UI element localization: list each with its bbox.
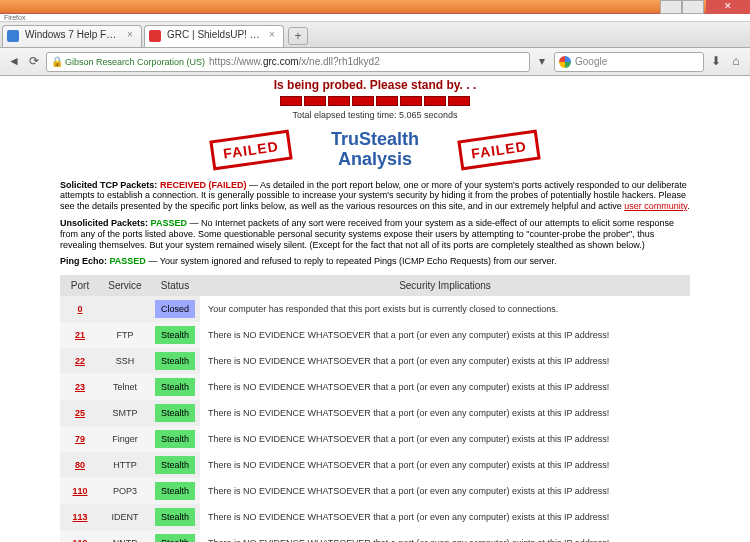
- status-cell: Stealth: [150, 322, 200, 348]
- table-row: 23TelnetStealthThere is NO EVIDENCE WHAT…: [60, 374, 690, 400]
- implication-cell: Your computer has responded that this po…: [200, 296, 690, 322]
- service-cell: SSH: [100, 348, 150, 374]
- window-titlebar: ✕: [0, 0, 750, 14]
- th-port: Port: [60, 275, 100, 296]
- favicon-icon: [7, 30, 19, 42]
- implication-cell: There is NO EVIDENCE WHATSOEVER that a p…: [200, 374, 690, 400]
- search-placeholder: Google: [575, 56, 607, 67]
- status-cell: Stealth: [150, 478, 200, 504]
- tab-windows7-forums[interactable]: Windows 7 Help Forums - Reply to T... ×: [2, 25, 142, 47]
- port-link[interactable]: 79: [75, 434, 85, 444]
- table-row: 80HTTPStealthThere is NO EVIDENCE WHATSO…: [60, 452, 690, 478]
- window-close-button[interactable]: ✕: [706, 0, 750, 14]
- probing-text: Is being probed. Please stand by. . .: [60, 78, 690, 92]
- table-row: 119NNTPStealthThere is NO EVIDENCE WHATS…: [60, 530, 690, 542]
- implication-cell: There is NO EVIDENCE WHATSOEVER that a p…: [200, 452, 690, 478]
- th-implications: Security Implications: [200, 275, 690, 296]
- progress-bar: [60, 96, 690, 106]
- url-bar[interactable]: 🔒 Gibson Research Corporation (US) https…: [46, 52, 530, 72]
- table-row: 113IDENTStealthThere is NO EVIDENCE WHAT…: [60, 504, 690, 530]
- table-row: 25SMTPStealthThere is NO EVIDENCE WHATSO…: [60, 400, 690, 426]
- implication-cell: There is NO EVIDENCE WHATSOEVER that a p…: [200, 426, 690, 452]
- implication-cell: There is NO EVIDENCE WHATSOEVER that a p…: [200, 478, 690, 504]
- status-cell: Closed: [150, 296, 200, 322]
- tab-grc-shieldsup[interactable]: GRC | ShieldsUP! — Common Ports P... ×: [144, 25, 284, 47]
- dropdown-icon[interactable]: ▾: [534, 54, 550, 70]
- service-cell: SMTP: [100, 400, 150, 426]
- service-cell: IDENT: [100, 504, 150, 530]
- status-cell: Stealth: [150, 452, 200, 478]
- port-link[interactable]: 25: [75, 408, 85, 418]
- analysis-header: FAILED TruStealthAnalysis FAILED: [60, 130, 690, 170]
- table-row: 22SSHStealthThere is NO EVIDENCE WHATSOE…: [60, 348, 690, 374]
- service-cell: HTTP: [100, 452, 150, 478]
- solicited-paragraph: Solicited TCP Packets: RECEIVED (FAILED)…: [60, 180, 690, 212]
- status-cell: Stealth: [150, 374, 200, 400]
- user-community-link[interactable]: user community: [624, 201, 687, 211]
- status-cell: Stealth: [150, 426, 200, 452]
- port-link[interactable]: 0: [77, 304, 82, 314]
- tab-label: Windows 7 Help Forums - Reply to T...: [25, 29, 142, 40]
- app-title: Firefox: [0, 14, 750, 22]
- trustealth-title: TruStealthAnalysis: [331, 130, 419, 170]
- search-bar[interactable]: Google: [554, 52, 704, 72]
- table-row: 21FTPStealthThere is NO EVIDENCE WHATSOE…: [60, 322, 690, 348]
- page-content: Is being probed. Please stand by. . . To…: [0, 76, 750, 542]
- status-cell: Stealth: [150, 348, 200, 374]
- failed-stamp-left: FAILED: [209, 129, 292, 170]
- table-row: 110POP3StealthThere is NO EVIDENCE WHATS…: [60, 478, 690, 504]
- implication-cell: There is NO EVIDENCE WHATSOEVER that a p…: [200, 348, 690, 374]
- service-cell: POP3: [100, 478, 150, 504]
- tab-label: GRC | ShieldsUP! — Common Ports P...: [167, 29, 284, 40]
- google-icon: [559, 56, 571, 68]
- port-link[interactable]: 113: [72, 512, 87, 522]
- port-link[interactable]: 110: [72, 486, 87, 496]
- site-identity: Gibson Research Corporation (US): [65, 57, 205, 67]
- port-link[interactable]: 22: [75, 356, 85, 366]
- window-maximize-button[interactable]: [682, 0, 704, 14]
- ports-table: Port Service Status Security Implication…: [60, 275, 690, 542]
- reload-button[interactable]: ⟳: [26, 54, 42, 70]
- service-cell: Finger: [100, 426, 150, 452]
- favicon-icon: [149, 30, 161, 42]
- service-cell: NNTP: [100, 530, 150, 542]
- tab-bar: Windows 7 Help Forums - Reply to T... × …: [0, 22, 750, 48]
- port-link[interactable]: 21: [75, 330, 85, 340]
- implication-cell: There is NO EVIDENCE WHATSOEVER that a p…: [200, 400, 690, 426]
- service-cell: FTP: [100, 322, 150, 348]
- lock-icon: 🔒: [51, 56, 63, 67]
- table-row: 0ClosedYour computer has responded that …: [60, 296, 690, 322]
- close-icon[interactable]: ×: [269, 30, 279, 40]
- elapsed-time: Total elapsed testing time: 5.065 second…: [60, 110, 690, 120]
- status-cell: Stealth: [150, 530, 200, 542]
- port-link[interactable]: 23: [75, 382, 85, 392]
- back-button[interactable]: ◄: [6, 54, 22, 70]
- close-icon[interactable]: ×: [127, 30, 137, 40]
- failed-stamp-right: FAILED: [457, 129, 540, 170]
- port-link[interactable]: 119: [72, 538, 87, 542]
- th-status: Status: [150, 275, 200, 296]
- service-cell: [100, 296, 150, 322]
- navigation-toolbar: ◄ ⟳ 🔒 Gibson Research Corporation (US) h…: [0, 48, 750, 76]
- implication-cell: There is NO EVIDENCE WHATSOEVER that a p…: [200, 322, 690, 348]
- download-icon[interactable]: ⬇: [708, 54, 724, 70]
- ping-paragraph: Ping Echo: PASSED — Your system ignored …: [60, 256, 690, 267]
- port-link[interactable]: 80: [75, 460, 85, 470]
- status-cell: Stealth: [150, 504, 200, 530]
- status-cell: Stealth: [150, 400, 200, 426]
- window-minimize-button[interactable]: [660, 0, 682, 14]
- implication-cell: There is NO EVIDENCE WHATSOEVER that a p…: [200, 504, 690, 530]
- implication-cell: There is NO EVIDENCE WHATSOEVER that a p…: [200, 530, 690, 542]
- new-tab-button[interactable]: +: [288, 27, 308, 45]
- th-service: Service: [100, 275, 150, 296]
- table-row: 79FingerStealthThere is NO EVIDENCE WHAT…: [60, 426, 690, 452]
- url-text: https://www.grc.com/x/ne.dll?rh1dkyd2: [209, 56, 380, 67]
- service-cell: Telnet: [100, 374, 150, 400]
- home-icon[interactable]: ⌂: [728, 54, 744, 70]
- unsolicited-paragraph: Unsolicited Packets: PASSED — No Interne…: [60, 218, 690, 250]
